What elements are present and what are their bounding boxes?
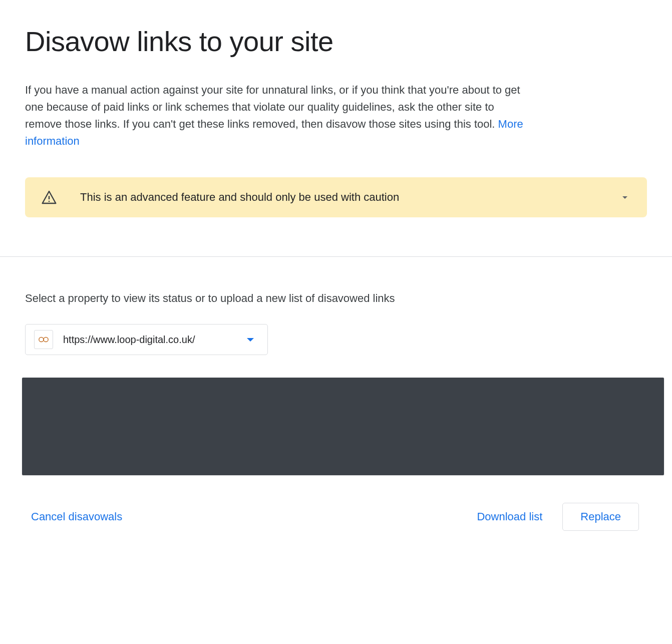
chevron-down-icon <box>619 191 631 203</box>
property-select[interactable]: https://www.loop-digital.co.uk/ <box>25 324 268 355</box>
svg-point-2 <box>39 338 44 342</box>
download-list-button[interactable]: Download list <box>477 510 542 523</box>
replace-button[interactable]: Replace <box>562 503 639 531</box>
disavow-status-panel <box>22 378 664 475</box>
dropdown-caret-icon <box>247 338 254 342</box>
property-section-label: Select a property to view its status or … <box>25 292 647 305</box>
cancel-disavowals-button[interactable]: Cancel disavowals <box>31 510 122 523</box>
svg-point-1 <box>49 201 50 202</box>
warning-icon <box>41 189 57 205</box>
property-url: https://www.loop-digital.co.uk/ <box>63 334 219 346</box>
page-description: If you have a manual action against your… <box>25 82 526 150</box>
warning-banner[interactable]: This is an advanced feature and should o… <box>25 177 647 217</box>
description-text: If you have a manual action against your… <box>25 84 520 130</box>
warning-text: This is an advanced feature and should o… <box>80 191 596 204</box>
page-title: Disavow links to your site <box>25 25 647 58</box>
action-bar: Cancel disavowals Download list Replace <box>25 475 647 561</box>
site-favicon <box>34 330 53 349</box>
svg-point-3 <box>44 338 48 342</box>
